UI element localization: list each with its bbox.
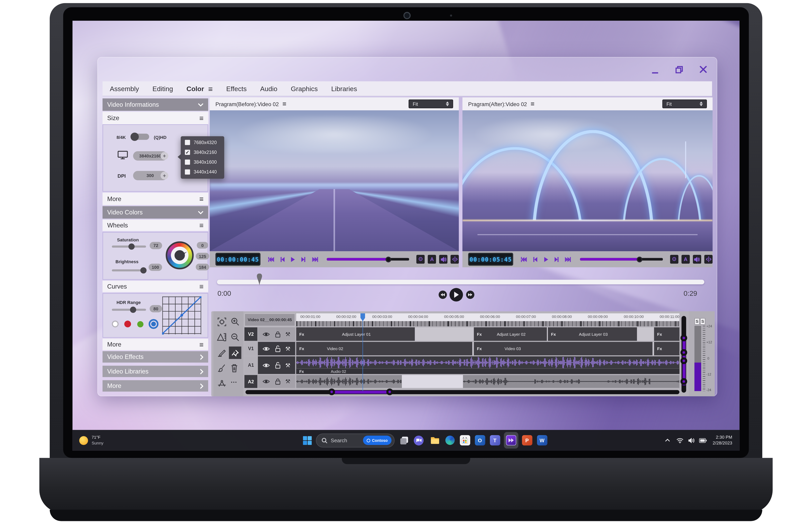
close-icon[interactable] bbox=[699, 65, 707, 74]
compass-icon[interactable] bbox=[218, 379, 226, 388]
scroll-handle[interactable] bbox=[681, 349, 687, 356]
resolution-option[interactable]: 3440x1440 bbox=[181, 167, 224, 177]
task-view-icon[interactable] bbox=[400, 436, 408, 445]
progress-knob[interactable] bbox=[637, 256, 643, 262]
next-frame-icon[interactable] bbox=[554, 256, 559, 262]
resolution-option[interactable]: 3840x1600 bbox=[181, 157, 224, 167]
section-video-informations[interactable]: Video Informations bbox=[102, 98, 208, 111]
fit-dropdown[interactable]: Fit bbox=[662, 100, 707, 108]
clip-stub[interactable]: Fx bbox=[654, 327, 679, 341]
prev-frame-icon[interactable] bbox=[533, 256, 538, 262]
trash-icon[interactable] bbox=[230, 363, 238, 372]
audio-clip[interactable] bbox=[463, 375, 679, 388]
checkbox-icon[interactable] bbox=[185, 159, 190, 164]
more-tools-icon[interactable]: … bbox=[230, 377, 237, 384]
hamburger-icon[interactable]: ≡ bbox=[199, 195, 203, 203]
video-editor-app-active[interactable] bbox=[504, 432, 518, 449]
store-icon[interactable] bbox=[460, 435, 470, 445]
menu-item-audio[interactable]: Audio bbox=[260, 85, 277, 93]
channel-red[interactable] bbox=[124, 321, 131, 327]
wifi-icon[interactable] bbox=[676, 438, 684, 443]
hamburger-icon[interactable]: ≡ bbox=[199, 114, 203, 122]
hdr-range-slider[interactable] bbox=[112, 309, 146, 311]
chat-icon[interactable] bbox=[413, 435, 423, 445]
clip-adjust-layer-02[interactable]: FxAdjust Layer 02 bbox=[474, 327, 547, 341]
track-tools-icon[interactable]: ⚒ bbox=[285, 378, 290, 385]
toggle-knob[interactable] bbox=[130, 133, 139, 141]
slider-thumb[interactable] bbox=[128, 243, 135, 249]
weather-widget[interactable]: 71°F Sunny bbox=[92, 435, 103, 446]
clip-adjust-layer-03[interactable]: FxAdjust Layer 03 bbox=[548, 327, 637, 341]
track-tools-icon[interactable]: ⚒ bbox=[285, 345, 290, 352]
resolution-option-selected[interactable]: ✓ 3840x2160 bbox=[181, 147, 224, 157]
split-button[interactable] bbox=[704, 255, 713, 264]
section-more-2[interactable]: More ≡ bbox=[102, 339, 208, 350]
resolution-option[interactable]: 7680x4320 bbox=[181, 137, 224, 147]
scroll-handle[interactable] bbox=[681, 335, 687, 341]
eye-icon[interactable] bbox=[263, 332, 270, 336]
track-tools-icon[interactable]: ⚒ bbox=[285, 331, 290, 338]
plus-icon[interactable]: + bbox=[160, 172, 168, 179]
clip-video-03[interactable]: FxVideo 03 bbox=[474, 342, 653, 355]
eye-icon[interactable] bbox=[263, 363, 270, 367]
section-curves[interactable]: Curves ≡ bbox=[102, 281, 208, 292]
solo-right-button[interactable]: S bbox=[700, 318, 705, 325]
play-button[interactable] bbox=[450, 288, 463, 301]
channel-green[interactable] bbox=[137, 321, 143, 327]
hamburger-icon[interactable]: ≡ bbox=[531, 100, 535, 108]
zoom-out-icon[interactable] bbox=[231, 333, 239, 341]
scrubber-playhead[interactable] bbox=[256, 274, 263, 286]
settings-button[interactable]: ⚙ bbox=[417, 255, 425, 264]
file-explorer-icon[interactable] bbox=[430, 435, 440, 445]
volume-button[interactable] bbox=[439, 255, 447, 264]
search-input[interactable]: Search Contoso bbox=[316, 433, 394, 447]
clip-adjust-layer-01[interactable]: FxAdjust Layer 01 bbox=[296, 327, 415, 341]
preview-progress-bar[interactable] bbox=[327, 258, 409, 261]
saturation-slider[interactable] bbox=[112, 246, 146, 247]
skip-start-icon[interactable] bbox=[267, 256, 274, 262]
color-wheel[interactable] bbox=[166, 241, 194, 269]
plus-icon[interactable]: + bbox=[160, 152, 168, 160]
track-label[interactable]: A2 bbox=[244, 375, 257, 388]
scroll-handle-right[interactable] bbox=[386, 388, 393, 395]
checkbox-icon[interactable] bbox=[185, 169, 190, 174]
slider-thumb[interactable] bbox=[130, 306, 136, 313]
play-icon[interactable] bbox=[290, 256, 295, 262]
curve-graph[interactable] bbox=[162, 296, 201, 335]
edge-icon[interactable] bbox=[445, 435, 455, 445]
track-label[interactable]: A1 bbox=[244, 356, 257, 374]
channel-blue-selected[interactable] bbox=[149, 319, 159, 329]
hamburger-icon[interactable]: ≡ bbox=[199, 282, 203, 290]
tray-chevron-icon[interactable] bbox=[665, 439, 670, 442]
menu-item-effects[interactable]: Effects bbox=[226, 85, 247, 93]
track-tools-icon[interactable]: ⚒ bbox=[285, 362, 290, 368]
solo-left-button[interactable]: S bbox=[694, 318, 700, 325]
section-video-effects[interactable]: Video Effects bbox=[102, 351, 208, 363]
clip-stub[interactable]: Fx bbox=[654, 342, 679, 355]
scroll-handle[interactable] bbox=[681, 357, 687, 364]
rewind-button[interactable] bbox=[439, 290, 447, 299]
slider-thumb[interactable] bbox=[140, 267, 147, 274]
word-icon[interactable]: W bbox=[537, 435, 547, 445]
dpi-field[interactable]: 300 + bbox=[133, 171, 167, 180]
clip-audio-02[interactable]: Fx Audio 02 bbox=[296, 356, 679, 374]
teams-icon[interactable]: T bbox=[490, 435, 500, 445]
menu-item-color[interactable]: Color bbox=[186, 85, 204, 93]
hamburger-icon[interactable]: ≡ bbox=[208, 84, 213, 93]
section-wheels[interactable]: Wheels ≡ bbox=[102, 220, 208, 231]
menu-item-editing[interactable]: Editing bbox=[153, 85, 173, 93]
forward-button[interactable] bbox=[466, 290, 474, 299]
pencil-icon[interactable] bbox=[218, 349, 226, 357]
skip-start-icon[interactable] bbox=[521, 256, 527, 262]
outlook-icon[interactable]: O bbox=[475, 435, 485, 445]
scale-tool-icon[interactable] bbox=[217, 333, 227, 341]
timeline-vscrollbar[interactable] bbox=[682, 316, 686, 393]
eye-icon[interactable] bbox=[263, 346, 270, 351]
lock-closed-icon[interactable] bbox=[275, 331, 281, 338]
next-frame-icon[interactable] bbox=[301, 256, 306, 262]
track-label[interactable]: V1 bbox=[244, 342, 257, 355]
section-video-libraries[interactable]: Video Libraries bbox=[102, 366, 208, 377]
section-more-3[interactable]: More bbox=[102, 380, 208, 392]
eye-icon[interactable] bbox=[263, 379, 270, 384]
volume-button[interactable] bbox=[693, 255, 701, 264]
